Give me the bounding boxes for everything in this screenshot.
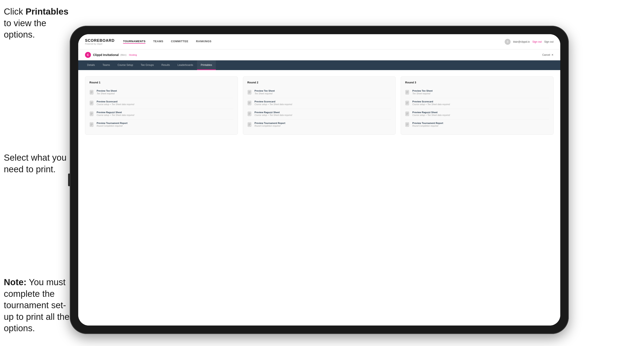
round2-tournament-report-title: Preview Tournament Report — [254, 122, 286, 124]
nav-rankings[interactable]: RANKINGS — [196, 40, 212, 44]
round3-raguzzi-title: Preview Raguzzi Sheet — [412, 111, 450, 114]
round3-tournament-report-sub: Round Completion required — [412, 125, 443, 127]
round2-scorecard-sub: Course setup + Tee Sheet data required — [254, 103, 292, 106]
round2-tee-sheet-text: Preview Tee Sheet Tee Sheet required — [254, 90, 275, 95]
printables-bold: Printables — [26, 6, 68, 16]
document-icon — [405, 90, 410, 96]
round1-tournament-report-text: Preview Tournament Report Round Completi… — [96, 122, 128, 127]
tablet-screen: SCOREBOARD Powered by clippd TOURNAMENTS… — [78, 34, 560, 326]
document-icon — [90, 122, 94, 128]
sign-out-link[interactable]: Sign out — [532, 40, 542, 43]
tab-details[interactable]: Details — [83, 60, 99, 70]
round-2-column: Round 2 Preview Tee Sheet Tee Sheet requ… — [243, 76, 396, 135]
document-icon — [90, 111, 94, 117]
round3-raguzzi-sub: Course setup + Tee Sheet data required — [412, 114, 450, 116]
round2-raguzzi-text: Preview Raguzzi Sheet Course setup + Tee… — [254, 111, 292, 116]
round1-tee-sheet[interactable]: Preview Tee Sheet Tee Sheet required — [90, 87, 234, 98]
instruction-top-text: Click Printables to view the options. — [4, 6, 68, 39]
instruction-bottom: Note: You must complete the tournament s… — [4, 277, 72, 334]
cancel-label: Cancel — [542, 53, 550, 56]
round1-tee-sheet-sub: Tee Sheet required — [96, 92, 117, 95]
nav-teams[interactable]: TEAMS — [153, 40, 163, 44]
round2-tee-sheet[interactable]: Preview Tee Sheet Tee Sheet required — [247, 87, 391, 98]
instruction-bottom-text: Note: You must complete the tournament s… — [4, 277, 70, 333]
tablet-frame: SCOREBOARD Powered by clippd TOURNAMENTS… — [70, 26, 569, 334]
round1-raguzzi-text: Preview Raguzzi Sheet Course setup + Tee… — [96, 111, 134, 116]
document-icon — [247, 111, 252, 117]
round3-raguzzi-text: Preview Raguzzi Sheet Course setup + Tee… — [412, 111, 450, 116]
round1-tournament-report-sub: Round Completion required — [96, 125, 128, 127]
round2-tournament-report-text: Preview Tournament Report Round Completi… — [254, 122, 286, 127]
app-container: SCOREBOARD Powered by clippd TOURNAMENTS… — [78, 34, 560, 326]
round1-raguzzi-sub: Course setup + Tee Sheet data required — [96, 114, 134, 116]
round3-tee-sheet-sub: Tee Sheet required — [412, 92, 432, 95]
round2-scorecard-title: Preview Scorecard — [254, 100, 292, 103]
cancel-button[interactable]: Cancel ✕ — [542, 53, 554, 56]
tab-teams[interactable]: Teams — [99, 60, 114, 70]
round3-scorecard-title: Preview Scorecard — [412, 100, 450, 103]
nav-links: TOURNAMENTS TEAMS COMMITTEE RANKINGS — [123, 40, 505, 44]
round3-tournament-report-title: Preview Tournament Report — [412, 122, 443, 124]
document-icon — [247, 90, 252, 96]
round1-scorecard[interactable]: Preview Scorecard Course setup + Tee She… — [90, 98, 234, 109]
round2-tee-sheet-sub: Tee Sheet required — [254, 92, 275, 95]
document-icon — [247, 101, 252, 107]
tab-printables[interactable]: Printables — [197, 60, 216, 70]
round3-tee-sheet-text: Preview Tee Sheet Tee Sheet required — [412, 90, 432, 95]
tablet-side-button — [68, 173, 70, 186]
round1-raguzzi-title: Preview Raguzzi Sheet — [96, 111, 134, 114]
document-icon — [405, 101, 410, 107]
tab-tee-groups[interactable]: Tee Groups — [137, 60, 158, 70]
round-2-title: Round 2 — [247, 81, 391, 84]
round1-tee-sheet-title: Preview Tee Sheet — [96, 90, 117, 92]
nav-committee[interactable]: COMMITTEE — [171, 40, 188, 44]
round1-tournament-report[interactable]: Preview Tournament Report Round Completi… — [90, 120, 234, 130]
round1-scorecard-title: Preview Scorecard — [96, 100, 134, 103]
scoreboard-logo: SCOREBOARD Powered by clippd — [85, 38, 114, 45]
round-1-column: Round 1 Preview Tee Sheet Tee Sheet requ… — [85, 76, 238, 135]
round3-tee-sheet[interactable]: Preview Tee Sheet Tee Sheet required — [405, 87, 549, 98]
round3-tournament-report[interactable]: Preview Tournament Report Round Completi… — [405, 120, 549, 130]
tournament-logo: C — [85, 52, 91, 58]
nav-tournaments[interactable]: TOURNAMENTS — [123, 40, 146, 44]
round1-raguzzi[interactable]: Preview Raguzzi Sheet Course setup + Tee… — [90, 109, 234, 120]
sign-out-text[interactable]: Sign out — [544, 40, 554, 43]
top-nav: SCOREBOARD Powered by clippd TOURNAMENTS… — [78, 34, 560, 49]
rounds-grid: Round 1 Preview Tee Sheet Tee Sheet requ… — [85, 76, 554, 135]
round2-raguzzi[interactable]: Preview Raguzzi Sheet Course setup + Tee… — [247, 109, 391, 120]
round3-scorecard[interactable]: Preview Scorecard Course setup + Tee She… — [405, 98, 549, 109]
round2-scorecard-text: Preview Scorecard Course setup + Tee She… — [254, 100, 292, 106]
tab-results[interactable]: Results — [158, 60, 174, 70]
document-icon — [90, 90, 94, 96]
tab-leaderboards[interactable]: Leaderboards — [174, 60, 197, 70]
instruction-mid-text: Select what you need to print. — [4, 153, 66, 174]
document-icon — [405, 122, 410, 128]
document-icon — [247, 122, 252, 128]
tab-course-setup[interactable]: Course Setup — [114, 60, 137, 70]
round3-raguzzi[interactable]: Preview Raguzzi Sheet Course setup + Tee… — [405, 109, 549, 120]
document-icon — [405, 111, 410, 117]
round-1-title: Round 1 — [90, 81, 234, 84]
tournament-status: Hosting — [129, 54, 137, 56]
instruction-mid: Select what you need to print. — [4, 152, 72, 175]
tournament-header: C Clippd Invitational (Men) Hosting Canc… — [78, 49, 560, 60]
round3-scorecard-text: Preview Scorecard Course setup + Tee She… — [412, 100, 450, 106]
round2-tournament-report[interactable]: Preview Tournament Report Round Completi… — [247, 120, 391, 130]
tab-nav: Details Teams Course Setup Tee Groups Re… — [78, 60, 560, 70]
round-3-title: Round 3 — [405, 81, 549, 84]
main-content: Round 1 Preview Tee Sheet Tee Sheet requ… — [78, 70, 560, 326]
tournament-name: Clippd Invitational — [93, 53, 118, 57]
round2-raguzzi-sub: Course setup + Tee Sheet data required — [254, 114, 292, 116]
round1-scorecard-text: Preview Scorecard Course setup + Tee She… — [96, 100, 134, 106]
logo-sub: Powered by clippd — [85, 43, 114, 45]
round1-tee-sheet-text: Preview Tee Sheet Tee Sheet required — [96, 90, 117, 95]
round3-tournament-report-text: Preview Tournament Report Round Completi… — [412, 122, 443, 127]
cancel-icon: ✕ — [552, 53, 554, 56]
document-icon — [90, 101, 94, 107]
user-avatar: B — [505, 39, 510, 45]
round2-scorecard[interactable]: Preview Scorecard Course setup + Tee She… — [247, 98, 391, 109]
round1-scorecard-sub: Course setup + Tee Sheet data required — [96, 103, 134, 106]
round3-scorecard-sub: Course setup + Tee Sheet data required — [412, 103, 450, 106]
tournament-badge: (Men) — [120, 54, 126, 56]
round2-raguzzi-title: Preview Raguzzi Sheet — [254, 111, 292, 114]
